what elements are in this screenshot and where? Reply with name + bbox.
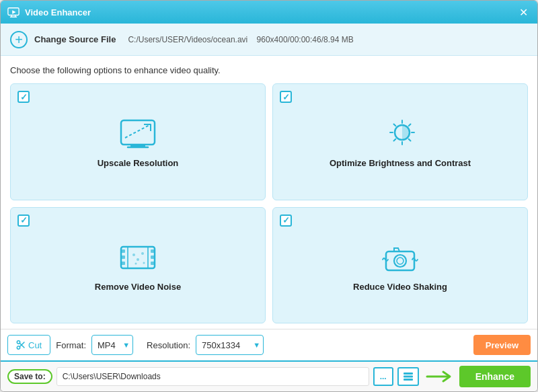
option-shaking[interactable]: Reduce Video Shaking — [272, 207, 528, 324]
noise-checkbox[interactable] — [17, 214, 30, 227]
toolbar-bar: Cut Format: MP4 AVI MOV MKV ▼ Resolution… — [1, 329, 537, 360]
svg-line-5 — [125, 124, 151, 138]
svg-line-13 — [409, 124, 411, 126]
close-button[interactable]: ✕ — [516, 5, 531, 19]
option-noise[interactable]: Remove Video Noise — [10, 207, 266, 324]
noise-icon — [118, 240, 158, 275]
instruction-text: Choose the following options to enhance … — [10, 65, 528, 75]
format-dropdown-wrap: MP4 AVI MOV MKV ▼ — [91, 335, 133, 355]
resolution-select[interactable]: 750x1334 960x540 1280x720 1920x1080 — [196, 335, 264, 355]
save-to-label: Save to: — [7, 369, 52, 384]
preview-button[interactable]: Preview — [473, 335, 531, 355]
save-path-input[interactable] — [56, 367, 369, 386]
shaking-checkbox[interactable] — [280, 214, 292, 227]
svg-point-30 — [394, 255, 406, 267]
source-file-info: C:/Users/USER/Videos/ocean.avi 960x400/0… — [128, 35, 353, 44]
svg-rect-36 — [404, 373, 413, 375]
format-label: Format: — [56, 340, 86, 350]
format-select[interactable]: MP4 AVI MOV MKV — [91, 335, 133, 355]
svg-line-14 — [394, 139, 396, 141]
add-source-button[interactable]: + — [10, 31, 28, 48]
upscale-icon — [118, 116, 158, 151]
svg-rect-21 — [151, 262, 155, 265]
svg-rect-19 — [151, 249, 155, 253]
main-content: Choose the following options to enhance … — [1, 56, 537, 329]
brightness-icon — [380, 116, 420, 151]
change-source-label: Change Source File — [34, 34, 116, 44]
brightness-label: Optimize Brightness and Contrast — [330, 158, 471, 168]
svg-marker-1 — [12, 10, 15, 13]
svg-point-25 — [137, 258, 139, 261]
list-button[interactable] — [397, 367, 419, 386]
svg-line-11 — [394, 124, 396, 126]
brightness-checkbox[interactable] — [280, 91, 292, 103]
svg-rect-17 — [121, 256, 125, 259]
resolution-label: Resolution: — [147, 340, 190, 350]
svg-rect-38 — [404, 379, 413, 381]
save-bar: Save to: ... Enhance — [1, 360, 537, 391]
svg-point-26 — [141, 252, 144, 255]
window-title: Video Enhancer — [25, 7, 516, 17]
source-filepath: C:/Users/USER/Videos/ocean.avi — [128, 35, 247, 44]
svg-rect-16 — [121, 249, 125, 253]
arrow-icon — [426, 369, 453, 384]
svg-rect-15 — [121, 247, 155, 268]
upscale-label: Upscale Resolution — [98, 158, 179, 168]
cut-label: Cut — [28, 340, 42, 350]
scissors-icon — [16, 340, 26, 350]
svg-point-28 — [143, 262, 145, 264]
svg-point-31 — [397, 258, 404, 264]
option-upscale[interactable]: Upscale Resolution — [10, 83, 266, 200]
svg-point-27 — [135, 262, 137, 264]
options-grid: Upscale Resolution — [10, 83, 528, 323]
source-meta: 960x400/00:00:46/8.94 MB — [257, 35, 354, 44]
noise-label: Remove Video Noise — [95, 282, 181, 292]
resolution-dropdown-wrap: 750x1334 960x540 1280x720 1920x1080 ▼ — [196, 335, 264, 355]
list-icon — [403, 372, 414, 381]
app-icon — [7, 6, 20, 18]
svg-line-12 — [409, 139, 411, 141]
svg-rect-20 — [151, 256, 155, 259]
main-window: Video Enhancer ✕ + Change Source File C:… — [0, 0, 538, 392]
option-brightness[interactable]: Optimize Brightness and Contrast — [272, 83, 528, 200]
svg-point-24 — [132, 253, 135, 256]
cut-button[interactable]: Cut — [7, 335, 50, 355]
svg-rect-37 — [404, 376, 413, 378]
browse-button[interactable]: ... — [373, 367, 393, 386]
source-bar: + Change Source File C:/Users/USER/Video… — [1, 24, 537, 56]
shaking-icon — [380, 240, 420, 275]
upscale-checkbox[interactable] — [17, 91, 30, 103]
enhance-button[interactable]: Enhance — [459, 366, 531, 387]
shaking-label: Reduce Video Shaking — [353, 282, 447, 292]
svg-rect-18 — [121, 262, 125, 265]
title-bar: Video Enhancer ✕ — [1, 1, 537, 24]
